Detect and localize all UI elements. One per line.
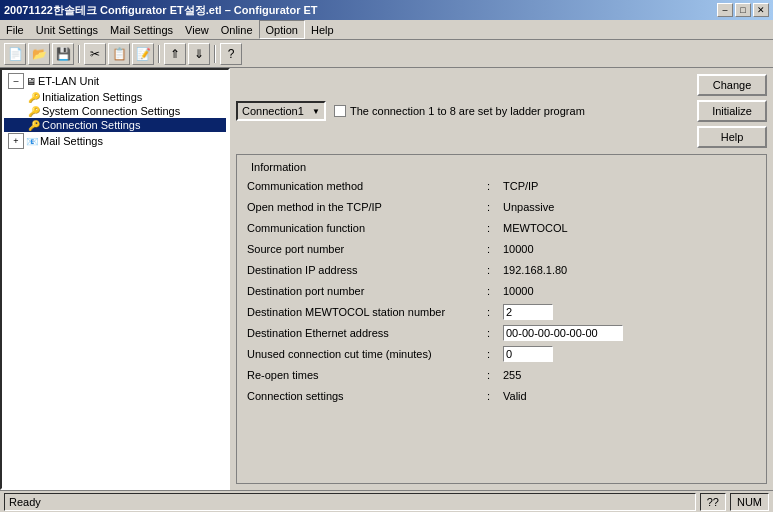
- info-row-eth-addr: Destination Ethernet address :: [247, 324, 756, 342]
- toolbar-cut[interactable]: ✂: [84, 43, 106, 65]
- toolbar-save[interactable]: 💾: [52, 43, 74, 65]
- info-row-comm-func: Communication function : MEWTOCOL: [247, 219, 756, 237]
- open-method-value: Unpassive: [503, 201, 583, 213]
- cut-time-input[interactable]: [503, 346, 553, 362]
- cut-time-label: Unused connection cut time (minutes): [247, 348, 487, 360]
- toolbar-sep3: [214, 45, 216, 63]
- help-button[interactable]: Help: [697, 126, 767, 148]
- info-row-comm-method: Communication method : TCP/IP: [247, 177, 756, 195]
- tree-item-mail[interactable]: + 📧 Mail Settings: [4, 132, 226, 150]
- tree-item-sysConn[interactable]: 🔑 System Connection Settings: [4, 104, 226, 118]
- status-bar: Ready ?? NUM: [0, 490, 773, 512]
- menu-online[interactable]: Online: [215, 20, 259, 39]
- tree-item-connSettings[interactable]: 🔑 Connection Settings: [4, 118, 226, 132]
- title-bar-buttons: – □ ✕: [717, 3, 769, 17]
- conn-settings-label: Connection settings: [247, 390, 487, 402]
- tree-connSettings-icon: 🔑: [28, 120, 40, 131]
- tree-init-icon: 🔑: [28, 92, 40, 103]
- menu-bar: File Unit Settings Mail Settings View On…: [0, 20, 773, 40]
- mewtocol-station-label: Destination MEWTOCOL station number: [247, 306, 487, 318]
- dest-port-value: 10000: [503, 285, 583, 297]
- conn-settings-value: Valid: [503, 390, 583, 402]
- ladder-checkbox-label: The connection 1 to 8 are set by ladder …: [334, 105, 585, 117]
- comm-func-label: Communication function: [247, 222, 487, 234]
- menu-unit-settings[interactable]: Unit Settings: [30, 20, 104, 39]
- comm-method-colon: :: [487, 180, 503, 192]
- main-layout: – 🖥 ET-LAN Unit 🔑 Initialization Setting…: [0, 68, 773, 490]
- eth-addr-label: Destination Ethernet address: [247, 327, 487, 339]
- status-panel1: ??: [700, 493, 726, 511]
- toolbar-copy[interactable]: 📋: [108, 43, 130, 65]
- connection-select-value: Connection1: [242, 105, 304, 117]
- connection-select[interactable]: Connection1 ▼: [236, 101, 326, 121]
- tree-mail-icon: 📧: [26, 136, 38, 147]
- open-method-label: Open method in the TCP/IP: [247, 201, 487, 213]
- eth-addr-colon: :: [487, 327, 503, 339]
- comm-func-value: MEWTOCOL: [503, 222, 583, 234]
- info-row-cut-time: Unused connection cut time (minutes) :: [247, 345, 756, 363]
- conn-settings-colon: :: [487, 390, 503, 402]
- tree-item-sysConn-label: System Connection Settings: [42, 105, 180, 117]
- mewtocol-station-colon: :: [487, 306, 503, 318]
- tree-item-connSettings-label: Connection Settings: [42, 119, 140, 131]
- menu-view[interactable]: View: [179, 20, 215, 39]
- menu-option[interactable]: Option: [259, 20, 305, 39]
- dest-port-colon: :: [487, 285, 503, 297]
- tree-root[interactable]: – 🖥 ET-LAN Unit: [4, 72, 226, 90]
- info-row-dest-port: Destination port number : 10000: [247, 282, 756, 300]
- tree-root-toggle[interactable]: –: [8, 73, 24, 89]
- reopen-value: 255: [503, 369, 583, 381]
- minimize-button[interactable]: –: [717, 3, 733, 17]
- dest-port-label: Destination port number: [247, 285, 487, 297]
- comm-func-colon: :: [487, 222, 503, 234]
- tree-item-init-label: Initialization Settings: [42, 91, 142, 103]
- ladder-checkbox[interactable]: [334, 105, 346, 117]
- title-bar: 20071122한솔테크 Configurator ET설정.etl – Con…: [0, 0, 773, 20]
- tree-item-mail-label: Mail Settings: [40, 135, 103, 147]
- initialize-button[interactable]: Initialize: [697, 100, 767, 122]
- connection-row: Connection1 ▼ The connection 1 to 8 are …: [236, 74, 767, 148]
- toolbar-sep1: [78, 45, 80, 63]
- dest-ip-colon: :: [487, 264, 503, 276]
- comm-method-value: TCP/IP: [503, 180, 583, 192]
- chevron-down-icon: ▼: [312, 107, 320, 116]
- info-row-mewtocol-station: Destination MEWTOCOL station number :: [247, 303, 756, 321]
- tree-panel: – 🖥 ET-LAN Unit 🔑 Initialization Setting…: [0, 68, 230, 490]
- info-group-title: Information: [247, 161, 310, 173]
- close-button[interactable]: ✕: [753, 3, 769, 17]
- ladder-checkbox-text: The connection 1 to 8 are set by ladder …: [350, 105, 585, 117]
- toolbar-paste[interactable]: 📝: [132, 43, 154, 65]
- info-row-conn-settings: Connection settings : Valid: [247, 387, 756, 405]
- window-title: 20071122한솔테크 Configurator ET설정.etl – Con…: [4, 3, 318, 18]
- toolbar-download[interactable]: ⇓: [188, 43, 210, 65]
- toolbar-new[interactable]: 📄: [4, 43, 26, 65]
- info-group: Information Communication method : TCP/I…: [236, 154, 767, 484]
- cut-time-colon: :: [487, 348, 503, 360]
- tree-root-icon: 🖥: [26, 76, 36, 87]
- info-row-open-method: Open method in the TCP/IP : Unpassive: [247, 198, 756, 216]
- menu-mail-settings[interactable]: Mail Settings: [104, 20, 179, 39]
- mewtocol-station-input[interactable]: [503, 304, 553, 320]
- src-port-value: 10000: [503, 243, 583, 255]
- dest-ip-label: Destination IP address: [247, 264, 487, 276]
- menu-file[interactable]: File: [0, 20, 30, 39]
- src-port-colon: :: [487, 243, 503, 255]
- src-port-label: Source port number: [247, 243, 487, 255]
- toolbar-help[interactable]: ?: [220, 43, 242, 65]
- comm-method-label: Communication method: [247, 180, 487, 192]
- info-row-src-port: Source port number : 10000: [247, 240, 756, 258]
- toolbar: 📄 📂 💾 ✂ 📋 📝 ⇑ ⇓ ?: [0, 40, 773, 68]
- status-panel2: NUM: [730, 493, 769, 511]
- info-row-reopen: Re-open times : 255: [247, 366, 756, 384]
- open-method-colon: :: [487, 201, 503, 213]
- maximize-button[interactable]: □: [735, 3, 751, 17]
- toolbar-open[interactable]: 📂: [28, 43, 50, 65]
- toolbar-upload[interactable]: ⇑: [164, 43, 186, 65]
- change-button[interactable]: Change: [697, 74, 767, 96]
- tree-item-init[interactable]: 🔑 Initialization Settings: [4, 90, 226, 104]
- info-row-dest-ip: Destination IP address : 192.168.1.80: [247, 261, 756, 279]
- dest-ip-value: 192.168.1.80: [503, 264, 583, 276]
- menu-help[interactable]: Help: [305, 20, 340, 39]
- tree-mail-toggle[interactable]: +: [8, 133, 24, 149]
- eth-addr-input[interactable]: [503, 325, 623, 341]
